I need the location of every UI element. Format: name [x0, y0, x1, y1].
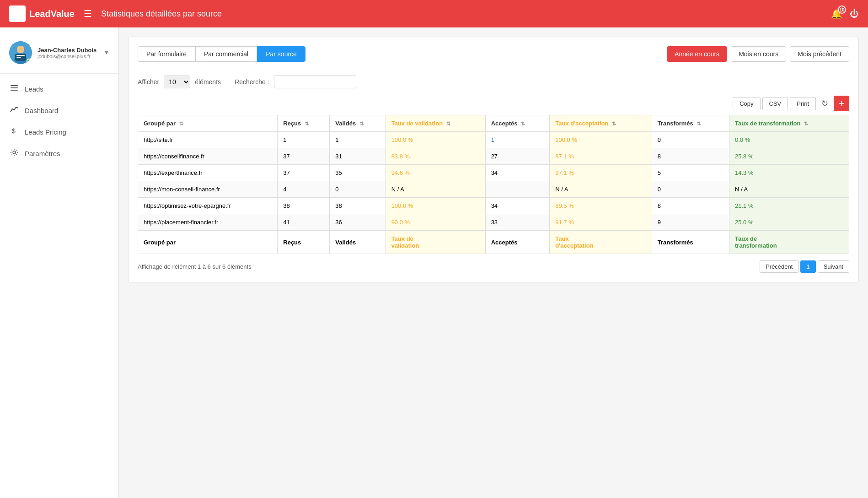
cell-taux-acceptation: N / A	[550, 181, 652, 198]
copy-button[interactable]: Copy	[733, 97, 760, 110]
user-dropdown-arrow[interactable]: ▼	[104, 49, 109, 56]
table-header-row: Groupé par ⇅ Reçus ⇅ Validés ⇅ Taux de v…	[138, 115, 849, 132]
sort-icon-recus: ⇅	[305, 121, 309, 127]
annee-en-cours-button[interactable]: Année en cours	[667, 46, 727, 62]
cell-transformes: 9	[652, 214, 729, 231]
col-valides[interactable]: Validés ⇅	[330, 115, 386, 132]
cell-transformes: 8	[652, 198, 729, 214]
user-name: Jean-Charles Dubois	[38, 47, 104, 54]
cell-taux-acceptation: 97.1 %	[550, 165, 652, 181]
cell-taux-validation: N / A	[386, 181, 485, 198]
mois-precedent-button[interactable]: Mois précédent	[790, 46, 849, 62]
online-indicator	[27, 59, 31, 63]
col-taux-validation[interactable]: Taux de validation ⇅	[386, 115, 485, 132]
footer-taux-validation: Taux devalidation	[386, 231, 485, 254]
col-taux-transformation[interactable]: Taux de transformation ⇅	[729, 115, 849, 132]
cell-transformes: 0	[652, 181, 729, 198]
csv-button[interactable]: CSV	[762, 97, 788, 110]
sidebar-item-dashboard[interactable]: Dashboard	[0, 100, 118, 121]
sort-icon-taux-acceptation: ⇅	[612, 121, 616, 127]
hamburger-button[interactable]: ☰	[84, 8, 92, 19]
notification-button[interactable]: 🔔 10	[831, 8, 842, 19]
sidebar-item-parametres[interactable]: Paramètres	[0, 143, 118, 164]
mois-en-cours-button[interactable]: Mois en cours	[731, 46, 786, 62]
refresh-button[interactable]: ↻	[818, 97, 832, 110]
table-row: https://conseilfinance.fr 37 31 83.8 % 2…	[138, 148, 849, 165]
header: LeadValue ☰ Statistiques détaillées par …	[0, 0, 868, 27]
svg-text:$: $	[12, 127, 16, 135]
sort-icon-acceptes: ⇅	[521, 121, 525, 127]
par-formulaire-button[interactable]: Par formulaire	[138, 46, 195, 62]
cell-acceptes: 33	[485, 214, 550, 231]
cell-recus: 37	[278, 165, 330, 181]
svg-rect-6	[16, 57, 21, 58]
cell-acceptes: 34	[485, 198, 550, 214]
svg-rect-8	[11, 87, 18, 88]
sort-icon-taux-validation: ⇅	[446, 121, 450, 127]
cell-taux-acceptation: 100.0 %	[550, 132, 652, 148]
footer-acceptes: Acceptés	[485, 231, 550, 254]
sort-icon-taux-transformation: ⇅	[804, 121, 808, 127]
cell-groupe-par: https://conseilfinance.fr	[138, 148, 278, 165]
logo: LeadValue	[9, 5, 75, 22]
cell-groupe-par: https://expertfinance.fr	[138, 165, 278, 181]
print-button[interactable]: Print	[790, 97, 816, 110]
footer-valides: Validés	[330, 231, 386, 254]
data-table: Groupé par ⇅ Reçus ⇅ Validés ⇅ Taux de v…	[138, 115, 849, 254]
header-icons: 🔔 10 ⏻	[831, 8, 859, 19]
cell-acceptes: 1	[485, 132, 550, 148]
show-select[interactable]: 10 25 50 100	[164, 76, 190, 88]
col-taux-acceptation[interactable]: Taux d'acceptation ⇅	[550, 115, 652, 132]
notification-badge: 10	[838, 5, 846, 14]
cell-groupe-par: https://placement-financier.fr	[138, 214, 278, 231]
par-commercial-button[interactable]: Par commercial	[195, 46, 257, 62]
col-groupe-par[interactable]: Groupé par ⇅	[138, 115, 278, 132]
cell-taux-validation: 90.0 %	[386, 214, 485, 231]
precedent-button[interactable]: Précédent	[760, 260, 798, 273]
power-button[interactable]: ⏻	[850, 9, 859, 19]
cell-taux-transformation: 25.0 %	[729, 214, 849, 231]
svg-rect-5	[16, 55, 25, 56]
footer-groupe-par: Groupé par	[138, 231, 278, 254]
header-title: Statistiques détaillées par source	[101, 9, 831, 19]
col-acceptes[interactable]: Acceptés ⇅	[485, 115, 550, 132]
footer-taux-acceptation: Tauxd'acceptation	[550, 231, 652, 254]
table-footer-row: Groupé par Reçus Validés Taux devalidati…	[138, 231, 849, 254]
cell-taux-transformation: 21.1 %	[729, 198, 849, 214]
cell-groupe-par: http://site.fr	[138, 132, 278, 148]
table-row: https://mon-conseil-finance.fr 4 0 N / A…	[138, 181, 849, 198]
table-row: https://placement-financier.fr 41 36 90.…	[138, 214, 849, 231]
cell-taux-transformation: 0.0 %	[729, 132, 849, 148]
type-filter-buttons: Par formulaire Par commercial Par source	[138, 46, 305, 62]
col-transformes[interactable]: Transformés ⇅	[652, 115, 729, 132]
sidebar-item-leads[interactable]: Leads	[0, 78, 118, 100]
cell-taux-transformation: N / A	[729, 181, 849, 198]
cell-valides: 31	[330, 148, 386, 165]
cell-transformes: 8	[652, 148, 729, 165]
table-row: https://optimisez-votre-epargne.fr 38 38…	[138, 198, 849, 214]
sidebar-item-leads-label: Leads	[25, 85, 43, 93]
sort-icon-transformes: ⇅	[697, 121, 701, 127]
suivant-button[interactable]: Suivant	[818, 260, 849, 273]
cell-groupe-par: https://optimisez-votre-epargne.fr	[138, 198, 278, 214]
logo-icon	[9, 5, 26, 22]
user-email: jcdubois@conseilplus.fr	[38, 54, 104, 59]
table-row: http://site.fr 1 1 100.0 % 1 100.0 % 0 0…	[138, 132, 849, 148]
page-1-button[interactable]: 1	[800, 260, 815, 273]
cell-taux-transformation: 14.3 %	[729, 165, 849, 181]
add-button[interactable]: +	[834, 96, 849, 111]
search-input[interactable]	[274, 76, 356, 88]
sidebar-item-leads-pricing[interactable]: $ Leads Pricing	[0, 121, 118, 143]
pagination-info: Affichage de l'élément 1 à 6 sur 6 éléme…	[138, 263, 252, 270]
user-section: Jean-Charles Dubois jcdubois@conseilplus…	[0, 37, 118, 74]
par-source-button[interactable]: Par source	[257, 46, 305, 62]
dashboard-icon	[9, 105, 19, 116]
pagination-row: Affichage de l'élément 1 à 6 sur 6 éléme…	[138, 260, 849, 273]
sidebar-item-dashboard-label: Dashboard	[25, 107, 58, 114]
col-recus[interactable]: Reçus ⇅	[278, 115, 330, 132]
afficher-label: Afficher	[138, 78, 159, 86]
parametres-icon	[9, 148, 19, 159]
cell-acceptes	[485, 181, 550, 198]
cell-transformes: 5	[652, 165, 729, 181]
layout: Jean-Charles Dubois jcdubois@conseilplus…	[0, 27, 868, 498]
